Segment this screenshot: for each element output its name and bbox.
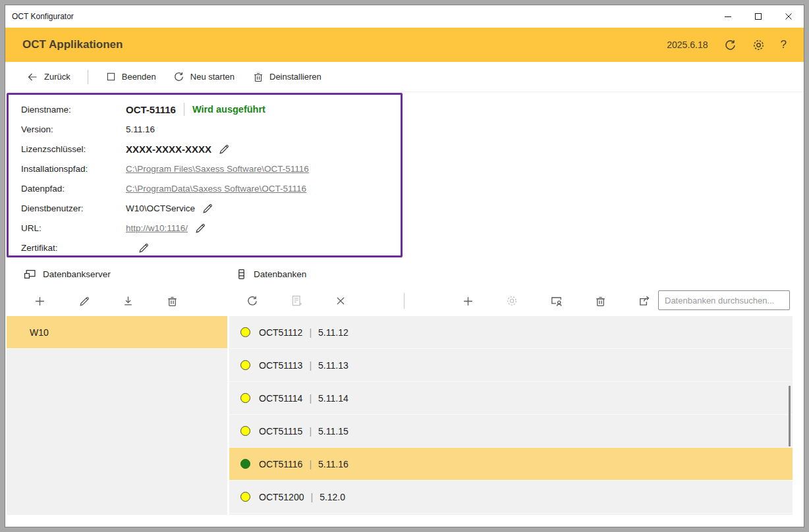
- database-name: OCT51200: [259, 492, 304, 502]
- separator: |: [310, 492, 313, 502]
- database-version: 5.11.14: [318, 393, 349, 404]
- edit-url-button[interactable]: [194, 223, 206, 234]
- refresh-databases-button[interactable]: [246, 294, 259, 307]
- database-icon: [236, 269, 247, 280]
- trash-icon: [167, 296, 178, 307]
- delete-database-button[interactable]: [594, 294, 607, 307]
- status-dot-green: [240, 459, 250, 469]
- databases-section-header: Datenbanken: [236, 263, 306, 284]
- maximize-button[interactable]: [743, 5, 773, 28]
- import-server-button[interactable]: [121, 294, 134, 307]
- database-version: 5.12.0: [320, 492, 345, 502]
- service-name-value: OCT-51116: [126, 104, 176, 115]
- script-database-button[interactable]: [290, 294, 303, 307]
- download-icon: [123, 296, 134, 307]
- database-list-item[interactable]: OCT51113|5.11.13: [229, 349, 793, 382]
- edit-server-button[interactable]: [77, 294, 90, 307]
- gear-icon[interactable]: [752, 39, 765, 51]
- window-title: OCT Konfigurator: [5, 12, 713, 21]
- minimize-button[interactable]: [713, 5, 743, 28]
- servers-section-title: Datenbankserver: [43, 269, 111, 279]
- restart-service-button[interactable]: Neu starten: [173, 71, 235, 82]
- close-icon: [783, 11, 794, 22]
- delete-server-button[interactable]: [165, 294, 179, 307]
- edit-certificate-button[interactable]: [138, 242, 149, 253]
- restart-icon: [173, 71, 184, 82]
- database-list-item[interactable]: OCT51112|5.11.12: [229, 316, 793, 349]
- field-label: Lizenzschlüssel:: [21, 144, 126, 154]
- server-list-item[interactable]: W10: [7, 316, 227, 349]
- page-title: OCT Applikationen: [22, 38, 667, 51]
- service-url-link[interactable]: http://w10:1116/: [126, 223, 188, 233]
- command-bar: Zurück Beenden Neu starten Deinstalliere…: [5, 62, 804, 92]
- databases-toolbar: [229, 286, 793, 316]
- status-dot-yellow: [240, 360, 250, 370]
- minimize-icon: [723, 11, 733, 22]
- database-list-item[interactable]: OCT51114|5.11.14: [229, 382, 793, 415]
- app-window: OCT Konfigurator OCT Applikationen 2025.…: [5, 5, 804, 527]
- export-database-button[interactable]: [638, 294, 651, 307]
- database-search-input[interactable]: [658, 290, 790, 310]
- service-user-value: W10\OCTService: [126, 203, 195, 213]
- database-version: 5.11.12: [318, 327, 349, 338]
- pencil-icon: [194, 223, 206, 234]
- database-user-button[interactable]: [549, 294, 563, 307]
- data-path-link[interactable]: C:\ProgramData\Saxess Software\OCT-51116: [126, 184, 306, 194]
- uninstall-button[interactable]: Deinstallieren: [253, 72, 321, 82]
- scrollbar-thumb[interactable]: [789, 386, 791, 446]
- add-server-button[interactable]: [33, 294, 46, 307]
- plus-icon: [462, 296, 474, 307]
- help-icon[interactable]: ?: [781, 38, 787, 51]
- database-version: 5.11.15: [318, 426, 349, 437]
- separator: |: [309, 459, 312, 469]
- share-icon: [638, 295, 650, 307]
- stop-service-button[interactable]: Beenden: [106, 72, 156, 82]
- databases-section-title: Datenbanken: [254, 269, 306, 279]
- version-value: 5.11.16: [126, 124, 155, 134]
- version-row: Version: 5.11.16: [21, 119, 401, 139]
- data-path-row: Datenpfad: C:\ProgramData\Saxess Softwar…: [21, 178, 401, 198]
- status-dot-yellow: [240, 393, 250, 403]
- gear-icon: [506, 295, 518, 307]
- separator: |: [309, 426, 312, 437]
- pencil-icon: [202, 203, 213, 214]
- back-button[interactable]: Zurück: [26, 72, 70, 82]
- servers-panel: W10: [7, 286, 227, 515]
- database-name: OCT51113: [259, 360, 302, 371]
- trash-icon: [253, 72, 264, 82]
- app-header: OCT Applikationen 2025.6.18 ?: [5, 28, 804, 62]
- field-label: Installationspfad:: [21, 164, 126, 174]
- database-name: OCT51112: [259, 327, 302, 338]
- field-label: Dienstname:: [21, 105, 126, 115]
- stop-square-icon: [106, 72, 116, 82]
- database-list-item[interactable]: OCT51116|5.11.16: [229, 448, 793, 481]
- license-row: Lizenzschlüssel: XXXX-XXXX-XXXX: [21, 139, 401, 159]
- database-settings-button[interactable]: [505, 294, 518, 307]
- document-add-icon: [291, 295, 302, 307]
- database-name: OCT51114: [259, 393, 302, 404]
- field-label: Dienstbenutzer:: [21, 203, 126, 213]
- add-database-button[interactable]: [461, 294, 474, 307]
- servers-section-header: Datenbankserver: [24, 263, 111, 284]
- database-list-item[interactable]: OCT51115|5.11.15: [229, 415, 793, 448]
- field-label: Zertifikat:: [21, 243, 126, 253]
- separator: |: [309, 327, 312, 338]
- close-button[interactable]: [773, 5, 804, 28]
- database-version: 5.11.13: [318, 360, 349, 371]
- close-database-button[interactable]: [334, 294, 347, 307]
- service-name-row: Dienstname: OCT-51116 Wird ausgeführt: [21, 99, 401, 119]
- value-divider: [184, 103, 184, 116]
- refresh-icon[interactable]: [724, 39, 737, 51]
- restart-label: Neu starten: [190, 72, 235, 82]
- install-path-link[interactable]: C:\Program Files\Saxess Software\OCT-511…: [126, 164, 309, 174]
- toolbar-divider: [88, 70, 88, 84]
- database-list-item[interactable]: OCT51200|5.12.0: [229, 481, 793, 514]
- status-dot-yellow: [240, 426, 250, 436]
- separator: |: [309, 360, 312, 371]
- edit-service-user-button[interactable]: [202, 203, 213, 214]
- pencil-icon: [138, 242, 149, 253]
- edit-license-button[interactable]: [218, 144, 229, 155]
- database-name: OCT51116: [259, 459, 302, 469]
- install-path-row: Installationspfad: C:\Program Files\Saxe…: [21, 159, 401, 178]
- window-controls: [713, 5, 804, 28]
